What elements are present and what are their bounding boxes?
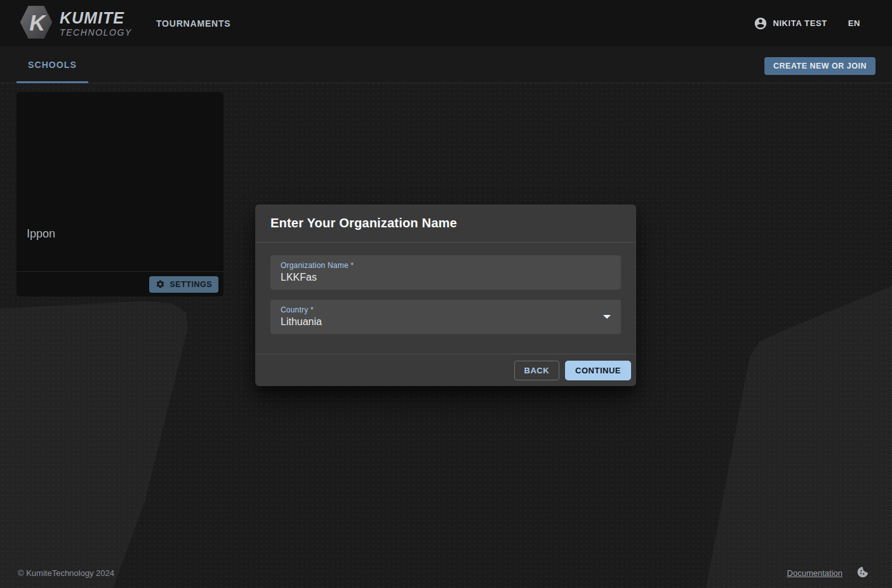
- language-selector[interactable]: EN: [848, 18, 860, 28]
- school-name: Ippon: [27, 227, 55, 241]
- logo-text: KUMITE TECHNOLOGY: [60, 10, 132, 37]
- logo-subtitle: TECHNOLOGY: [60, 28, 132, 37]
- continue-button[interactable]: CONTINUE: [565, 361, 631, 380]
- dialog-actions: BACK CONTINUE: [255, 354, 636, 386]
- tab-bar: SCHOOLS CREATE NEW OR JOIN: [0, 46, 892, 83]
- active-tab-indicator: [17, 81, 88, 83]
- top-nav-bar: K KUMITE TECHNOLOGY TOURNAMENTS NIKITA T…: [0, 0, 892, 46]
- country-label: Country *: [281, 305, 611, 314]
- organization-name-input[interactable]: Organization Name * LKKFas: [270, 255, 621, 290]
- dialog-header: Enter Your Organization Name: [255, 204, 636, 242]
- logo-title: KUMITE: [60, 10, 132, 26]
- nav-item-tournaments[interactable]: TOURNAMENTS: [156, 18, 230, 29]
- school-card-body: Ippon: [17, 92, 223, 271]
- organization-name-label: Organization Name *: [281, 261, 611, 270]
- svg-text:K: K: [29, 10, 46, 34]
- school-card: Ippon SETTINGS: [17, 92, 223, 297]
- documentation-link[interactable]: Documentation: [787, 568, 842, 578]
- create-new-or-join-button[interactable]: CREATE NEW OR JOIN: [764, 57, 875, 75]
- organization-name-value: LKKFas: [281, 272, 611, 283]
- account-circle-icon: [754, 17, 768, 30]
- app-logo[interactable]: K KUMITE TECHNOLOGY: [19, 4, 132, 43]
- card-actions: SETTINGS: [17, 272, 223, 297]
- chevron-down-icon: [603, 315, 611, 319]
- hexagon-k-logo-icon: K: [19, 4, 53, 43]
- footer: © KumiteTechnology 2024 Documentation: [0, 558, 892, 588]
- user-name: NIKITA TEST: [773, 18, 827, 28]
- gear-icon: [156, 279, 165, 289]
- tab-schools[interactable]: SCHOOLS: [17, 46, 88, 83]
- tab-schools-label: SCHOOLS: [28, 60, 77, 70]
- copyright-text: © KumiteTechnology 2024: [18, 568, 114, 578]
- cookie-settings-button[interactable]: [856, 566, 869, 580]
- country-value: Lithuania: [281, 316, 611, 328]
- footer-right: Documentation: [787, 566, 869, 580]
- dialog-body: Organization Name * LKKFas Country * Lit…: [255, 243, 636, 354]
- cookie-icon: [856, 566, 869, 580]
- organization-dialog: Enter Your Organization Name Organizatio…: [255, 204, 636, 386]
- settings-button[interactable]: SETTINGS: [149, 276, 218, 293]
- user-menu[interactable]: NIKITA TEST: [754, 17, 827, 30]
- dialog-title: Enter Your Organization Name: [270, 216, 457, 231]
- header-right: NIKITA TEST EN: [754, 17, 860, 30]
- back-button[interactable]: BACK: [514, 361, 560, 380]
- settings-button-label: SETTINGS: [170, 280, 212, 289]
- country-select[interactable]: Country * Lithuania: [270, 300, 621, 334]
